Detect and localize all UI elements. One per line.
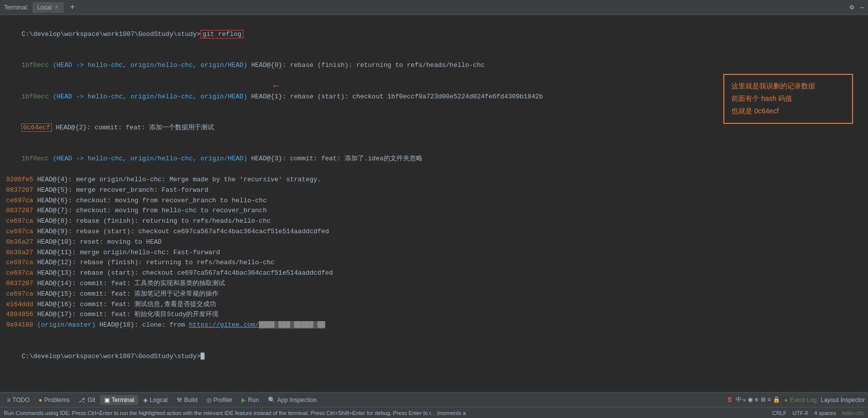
run-label: Run [248,397,259,404]
empty-line [6,331,862,341]
log-line-3: 1bf0ecc (HEAD -> hello-chc, origin/hello… [6,144,862,175]
top-bar-left: Terminal: Local ✕ + [4,2,77,13]
cursor [201,353,205,360]
terminal-content: C:\develop\workspace\work1007\GoodStudy\… [0,15,868,392]
todo-icon: ≡ [7,397,10,404]
new-tab-button[interactable]: + [68,3,77,12]
hash-11: 6b36a27 [6,249,33,256]
toolbar-build[interactable]: ⚒ Build [173,395,202,405]
rest-0: HEAD@{0}: rebase (finish): returning to … [247,61,485,69]
hash-17: 4894856 [6,311,33,318]
rest-2: HEAD@{2}: commit: feat: 添加一个数据用于测试 [52,124,214,131]
rest-13: HEAD@{13}: rebase (start): checkout ce69… [33,269,333,277]
git-icon: ⎇ [78,397,85,404]
rest-8: HEAD@{8}: rebase (finish): returning to … [33,217,271,225]
encoding-indicator[interactable]: UTF-8 [793,410,808,416]
rest-3: HEAD@{3}: commit: feat: 添加了.idea的文件夹忽略 [247,155,423,162]
local-tab[interactable]: Local ✕ [32,2,64,13]
profiler-label: Profiler [214,397,232,404]
problems-icon: ● [38,397,42,404]
clone-url[interactable]: https://gitee.com/ [189,321,259,329]
logcat-label: Logcat [150,397,168,404]
url-rest: ████ ███ █████ ██ [259,321,325,329]
tab-close[interactable]: ✕ [54,4,59,10]
ref-3: (HEAD -> hello-chc, origin/hello-chc, or… [49,155,247,162]
app-inspection-icon: 🔍 [268,397,275,404]
toolbar-terminal[interactable]: ▣ Terminal [100,395,138,405]
toolbar-git[interactable]: ⎇ Git [74,395,99,405]
log-line-9: ce697ca HEAD@{9}: rebase (start): checko… [6,227,862,237]
sonarqube-icon: S [728,396,732,404]
log-line-13: ce697ca HEAD@{13}: rebase (start): check… [6,268,862,279]
rest-14: HEAD@{14}: commit: feat: 工具类的实现和基类的抽取测试 [33,280,225,287]
spaces-indicator[interactable]: 4 spaces [814,410,836,416]
status-text: Run Commands using IDE: Press Ctrl+Enter… [4,410,772,416]
layout-inspector-button[interactable]: Layout Inspector [821,397,865,404]
layout-inspector-label: Layout Inspector [821,397,865,404]
toolbar-todo[interactable]: ≡ TODO [3,395,33,405]
rest-4: HEAD@{4}: merge origin/hello-chc: Merge … [33,176,321,183]
annotation-line2: 前面有个 hash 码值 [731,94,792,102]
hash-9: ce697ca [6,228,33,235]
hash-15: ce697ca [6,290,33,298]
status-right: CRLF UTF-8 4 spaces hello-chc [772,410,864,416]
rest-7: HEAD@{7}: checkout: moving from hello-ch… [33,207,267,214]
log-line-17: 4894856 HEAD@{17}: commit: feat: 初始化项目St… [6,310,862,320]
settings-icon[interactable]: ⚙ [850,3,854,11]
log-line-14: 0837207 HEAD@{14}: commit: feat: 工具类的实现和… [6,279,862,289]
hash-12: ce697ca [6,259,33,266]
git-label: Git [87,397,95,404]
rest-6: HEAD@{6}: checkout: moving from recover_… [33,197,267,204]
sonarqube-text: 中·₉ ◉ ⊕ ⊞ ≡ 🔒 [736,396,780,404]
log-line-11: 6b36a27 HEAD@{11}: merge origin/hello-ch… [6,248,862,258]
toolbar-logcat[interactable]: ◈ Logcat [139,395,172,405]
hash-14: 0837207 [6,280,33,287]
ref-1: (HEAD -> hello-chc, origin/hello-chc, or… [49,93,247,100]
log-line-8: ce697ca HEAD@{8}: rebase (finish): retur… [6,216,862,227]
build-label: Build [184,397,198,404]
toolbar-right: S 中·₉ ◉ ⊕ ⊞ ≡ 🔒 ● Event Log Layout Inspe… [728,396,865,404]
log-line-7: 0837207 HEAD@{7}: checkout: moving from … [6,206,862,216]
toolbar-run[interactable]: ▶ Run [237,395,263,405]
hash-16: e164ddd [6,301,33,308]
command-line: C:\develop\workspace\work1007\GoodStudy\… [6,19,862,50]
hash-13: ce697ca [6,269,33,277]
hash-7: 0837207 [6,207,33,214]
log-line-5: 0837207 HEAD@{5}: merge recover_branch: … [6,185,862,196]
minimize-icon[interactable]: — [860,3,864,11]
event-log-icon: ● [784,397,788,404]
rest-18: HEAD@{18}: clone: from [95,321,189,329]
prompt-line-2: C:\develop\workspace\work1007\GoodStudy\… [6,341,862,372]
status-bar: Run Commands using IDE: Press Ctrl+Enter… [0,407,868,418]
rest-5: HEAD@{5}: merge recover_branch: Fast-for… [33,186,209,194]
run-icon: ▶ [241,397,246,404]
crlf-indicator[interactable]: CRLF [772,410,787,416]
toolbar-profiler[interactable]: ◎ Profiler [203,395,236,405]
terminal-icon: ▣ [104,397,110,404]
rest-17: HEAD@{17}: commit: feat: 初始化项目Study的开发环境 [33,311,219,318]
bottom-toolbar: ≡ TODO ● Problems ⎇ Git ▣ Terminal ◈ Log… [0,392,868,407]
hash-5: 0837207 [6,186,33,194]
rest-12: HEAD@{12}: rebase (finish): returning to… [33,259,275,266]
branch-indicator[interactable]: hello-chc [842,410,864,416]
event-log-button[interactable]: ● Event Log [784,397,817,404]
rest-10: HEAD@{10}: reset: moving to HEAD [33,238,162,246]
tab-label: Local [37,4,52,11]
log-line-15: ce697ca HEAD@{15}: commit: feat: 添加笔记用于记… [6,289,862,300]
build-icon: ⚒ [177,397,182,404]
log-line-6: ce697ca HEAD@{6}: checkout: moving from … [6,196,862,206]
todo-label: TODO [12,397,29,404]
hash-4: 9206fe5 [6,176,33,183]
annotation-line1: 这里就是我误删的记录数据 [731,82,815,90]
log-line-16: e164ddd HEAD@{16}: commit: feat: 测试信息,查看… [6,300,862,310]
rest-16: HEAD@{16}: commit: feat: 测试信息,查看是否提交成功 [33,301,217,308]
ref-0: (HEAD -> hello-chc, origin/hello-chc, or… [49,61,247,69]
annotation-box: 这里就是我误删的记录数据 前面有个 hash 码值 也就是 0c64ecf [723,74,853,124]
hash-3: 1bf0ecc [21,155,49,162]
log-line-10: 6b36a27 HEAD@{10}: reset: moving to HEAD [6,237,862,248]
problems-label: Problems [44,397,70,404]
hash-2-box: 0c64ecf [21,123,52,132]
toolbar-problems[interactable]: ● Problems [34,395,73,405]
prompt-2: C:\develop\workspace\work1007\GoodStudy\… [21,353,201,360]
toolbar-app-inspection[interactable]: 🔍 App Inspection [264,395,321,405]
